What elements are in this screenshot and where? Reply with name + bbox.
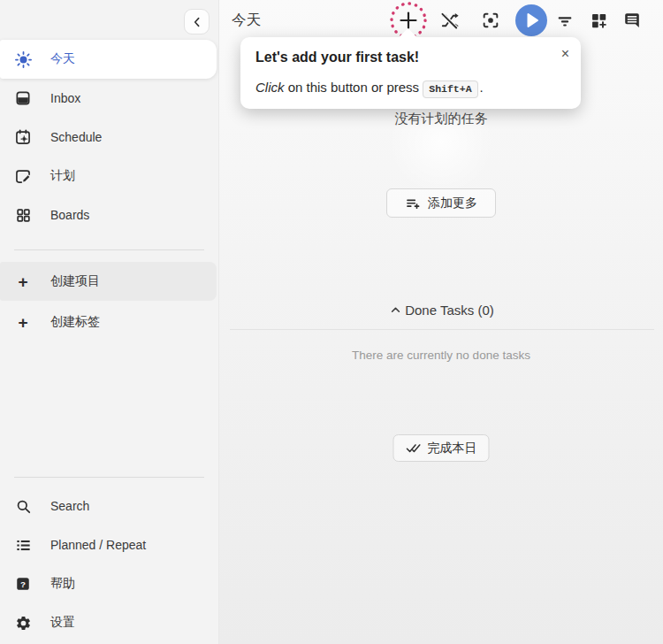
main-panel: 今天	[219, 0, 663, 644]
sidebar-item-label: 设置	[50, 615, 75, 631]
finish-day-label: 完成本日	[428, 441, 477, 456]
sidebar-item-label: Planned / Repeat	[50, 538, 146, 552]
center-focus-icon	[481, 11, 500, 30]
sidebar-item-label: Boards	[50, 208, 89, 222]
sidebar-item-planned-repeat[interactable]: Planned / Repeat	[0, 525, 218, 564]
close-icon[interactable]: ×	[561, 47, 569, 61]
sidebar-divider	[14, 249, 204, 250]
dashboard-add-icon	[590, 12, 608, 30]
comment-icon	[622, 11, 642, 30]
shuffle-off-icon	[439, 11, 460, 31]
sidebar-item-label: 创建项目	[50, 273, 100, 289]
sidebar-item-settings[interactable]: 设置	[0, 603, 218, 642]
add-more-label: 添加更多	[428, 196, 477, 211]
sidebar-item-create-project[interactable]: + 创建项目	[0, 262, 217, 301]
filter-button[interactable]	[552, 8, 577, 33]
page-title: 今天	[232, 11, 261, 30]
sidebar-nav: 今天 Inbox Schedule 计划	[0, 40, 218, 234]
popover-click-word: Click	[255, 80, 285, 95]
inbox-icon	[13, 88, 33, 108]
sidebar-item-label: 创建标签	[50, 314, 100, 330]
sidebar: 今天 Inbox Schedule 计划	[0, 0, 219, 644]
sidebar-create-group: + 创建项目 + 创建标签	[0, 262, 218, 341]
focus-mode-button[interactable]	[478, 8, 503, 33]
list-icon	[13, 535, 33, 555]
sidebar-item-boards[interactable]: Boards	[0, 196, 218, 234]
add-more-button[interactable]: 添加更多	[386, 188, 496, 218]
shortcut-kbd: Shift+A	[423, 80, 477, 98]
plus-icon: +	[13, 272, 33, 291]
search-icon	[13, 496, 33, 516]
sidebar-item-label: 帮助	[50, 576, 75, 592]
sidebar-collapse-button[interactable]	[184, 9, 210, 34]
tutorial-popover: Let's add your first task! × Click on th…	[240, 37, 581, 109]
done-all-icon	[406, 440, 423, 456]
plus-icon: +	[13, 312, 33, 332]
sun-icon	[13, 50, 33, 69]
done-tasks-toggle[interactable]: Done Tasks (0)	[219, 303, 663, 318]
sidebar-item-label: 今天	[50, 51, 75, 67]
sidebar-bottom-group: Search Planned / Repeat ? 帮助 设置	[0, 477, 218, 642]
calendar-edit-icon	[13, 166, 33, 186]
svg-text:?: ?	[20, 579, 26, 589]
help-icon: ?	[13, 574, 33, 594]
calendar-sun-icon	[13, 127, 33, 147]
sidebar-item-search[interactable]: Search	[0, 487, 218, 525]
sidebar-item-create-tag[interactable]: + 创建标签	[0, 303, 218, 341]
sidebar-item-inbox[interactable]: Inbox	[0, 79, 218, 118]
add-widget-button[interactable]	[586, 8, 611, 33]
chevron-up-icon	[388, 303, 403, 318]
sidebar-item-schedule[interactable]: Schedule	[0, 118, 218, 157]
finish-day-button[interactable]: 完成本日	[393, 434, 490, 462]
grid-icon	[13, 205, 33, 225]
sidebar-item-help[interactable]: ? 帮助	[0, 564, 218, 603]
empty-state-title: 没有计划的任务	[219, 111, 663, 127]
play-icon	[515, 4, 547, 36]
app-window: 今天 Inbox Schedule 计划	[0, 0, 663, 644]
popover-body-suffix: .	[480, 80, 484, 95]
shuffle-off-button[interactable]	[437, 8, 461, 33]
sidebar-item-label: 计划	[50, 168, 75, 184]
sidebar-item-today[interactable]: 今天	[0, 40, 217, 79]
done-tasks-label: Done Tasks (0)	[405, 303, 494, 318]
sidebar-divider	[14, 477, 204, 478]
done-tasks-divider	[230, 329, 654, 330]
chevron-left-icon	[190, 15, 204, 29]
sidebar-item-label: Inbox	[50, 91, 80, 105]
sidebar-item-label: Search	[50, 499, 89, 513]
start-day-play-button[interactable]	[515, 4, 547, 36]
popover-title: Let's add your first task!	[255, 50, 566, 65]
filter-icon	[555, 11, 575, 30]
done-tasks-empty-text: There are currently no done tasks	[219, 349, 663, 362]
playlist-add-icon	[405, 196, 421, 211]
popover-body-text: on this button or press	[285, 80, 423, 95]
sidebar-item-plan[interactable]: 计划	[0, 157, 218, 196]
gear-icon	[13, 613, 33, 632]
popover-body: Click on this button or press Shift+A.	[255, 80, 566, 95]
comments-button[interactable]	[620, 8, 644, 33]
sidebar-item-label: Schedule	[50, 130, 102, 144]
